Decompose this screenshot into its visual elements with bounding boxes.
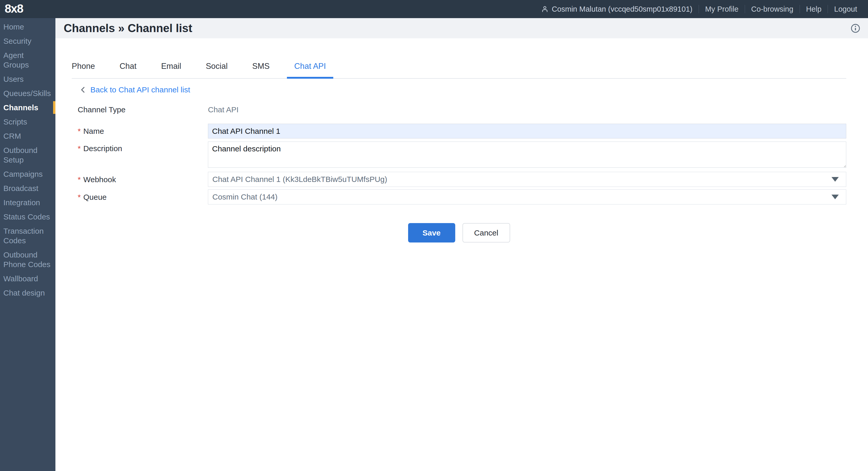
help-link[interactable]: Help	[806, 5, 822, 13]
webhook-row: * Webhook Chat API Channel 1 (Kk3LdeBkTB…	[72, 172, 846, 187]
sidebar-item-wallboard[interactable]: Wallboard	[0, 271, 55, 286]
form-actions: Save Cancel	[72, 223, 846, 242]
sidebar-item-integration[interactable]: Integration	[0, 195, 55, 210]
channel-type-label: Channel Type	[72, 105, 208, 114]
page-title: Channels » Channel list	[64, 22, 192, 35]
logout-link[interactable]: Logout	[834, 5, 857, 13]
webhook-selected-value: Chat API Channel 1 (Kk3LdeBkTBiw5uTUMfsP…	[212, 175, 387, 184]
sidebar-item-campaigns[interactable]: Campaigns	[0, 167, 55, 181]
webhook-label-text: Webhook	[83, 175, 116, 184]
info-icon[interactable]	[851, 24, 860, 33]
description-row: * Description Channel description	[72, 141, 846, 169]
tab-chat[interactable]: Chat	[120, 61, 136, 78]
tab-social[interactable]: Social	[206, 61, 228, 78]
co-browsing-link[interactable]: Co-browsing	[751, 5, 794, 13]
description-textarea[interactable]: Channel description	[208, 141, 846, 168]
required-marker: *	[78, 192, 81, 202]
chevron-left-icon	[80, 86, 87, 93]
tab-phone[interactable]: Phone	[72, 61, 95, 78]
required-marker: *	[78, 144, 81, 153]
webhook-select[interactable]: Chat API Channel 1 (Kk3LdeBkTBiw5uTUMfsP…	[208, 172, 846, 187]
description-label: * Description	[72, 141, 208, 169]
sidebar-item-users[interactable]: Users	[0, 72, 55, 86]
sidebar-item-queues-skills[interactable]: Queues/Skills	[0, 86, 55, 100]
my-profile-link[interactable]: My Profile	[705, 5, 739, 13]
name-row: * Name	[72, 124, 846, 138]
sidebar-item-crm[interactable]: CRM	[0, 129, 55, 143]
queue-label: * Queue	[72, 190, 208, 204]
channel-type-value: Chat API	[208, 105, 846, 114]
sidebar-item-agent-groups[interactable]: Agent Groups	[0, 48, 55, 72]
sidebar-item-chat-design[interactable]: Chat design	[0, 286, 55, 300]
topbar-menu: Cosmin Malutan (vccqed50smp01x89101) My …	[541, 5, 868, 13]
caret-down-icon	[832, 195, 839, 199]
cancel-button[interactable]: Cancel	[463, 223, 510, 242]
app-logo: 8x8	[0, 2, 23, 16]
sidebar-item-scripts[interactable]: Scripts	[0, 115, 55, 129]
queue-row: * Queue Cosmin Chat (144)	[72, 190, 846, 204]
user-name: Cosmin Malutan (vccqed50smp01x89101)	[552, 5, 692, 13]
tab-sms[interactable]: SMS	[252, 61, 270, 78]
queue-selected-value: Cosmin Chat (144)	[212, 193, 278, 201]
back-to-channel-list-link[interactable]: Back to Chat API channel list	[80, 86, 190, 94]
user-menu[interactable]: Cosmin Malutan (vccqed50smp01x89101)	[541, 5, 692, 13]
name-label: * Name	[72, 124, 208, 138]
sidebar-item-status-codes[interactable]: Status Codes	[0, 210, 55, 224]
sidebar-item-security[interactable]: Security	[0, 34, 55, 48]
required-marker: *	[78, 126, 81, 136]
caret-down-icon	[832, 177, 839, 182]
sidebar-item-outbound-phone-codes[interactable]: Outbound Phone Codes	[0, 248, 55, 271]
sidebar-item-outbound-setup[interactable]: Outbound Setup	[0, 143, 55, 167]
channel-form: Channel Type Chat API * Name * Descripti…	[72, 105, 846, 242]
channel-type-row: Channel Type Chat API	[72, 105, 846, 114]
required-marker: *	[78, 175, 81, 184]
topbar: 8x8 Cosmin Malutan (vccqed50smp01x89101)…	[0, 0, 868, 18]
divider	[828, 5, 828, 13]
tab-email[interactable]: Email	[161, 61, 181, 78]
webhook-label: * Webhook	[72, 172, 208, 187]
main-content: Phone Chat Email Social SMS Chat API Bac…	[55, 38, 868, 242]
back-link-label: Back to Chat API channel list	[90, 86, 190, 94]
divider	[699, 5, 699, 13]
divider	[745, 5, 745, 13]
divider	[800, 5, 800, 13]
sidebar-nav: Home Security Agent Groups Users Queues/…	[0, 20, 55, 300]
save-button[interactable]: Save	[408, 223, 455, 242]
channel-tabs: Phone Chat Email Social SMS Chat API	[72, 38, 846, 79]
sidebar-item-transaction-codes[interactable]: Transaction Codes	[0, 224, 55, 248]
name-label-text: Name	[83, 126, 104, 136]
sidebar-item-home[interactable]: Home	[0, 20, 55, 34]
sidebar-item-channels[interactable]: Channels	[0, 100, 55, 115]
page-header: Channels » Channel list	[55, 18, 868, 38]
user-icon	[541, 5, 549, 13]
queue-select[interactable]: Cosmin Chat (144)	[208, 190, 846, 204]
tab-chat-api[interactable]: Chat API	[294, 61, 326, 78]
queue-label-text: Queue	[83, 192, 107, 202]
sidebar-item-broadcast[interactable]: Broadcast	[0, 181, 55, 195]
channel-type-label-text: Channel Type	[78, 105, 126, 114]
sidebar: Home Security Agent Groups Users Queues/…	[0, 18, 55, 471]
name-input[interactable]	[208, 124, 846, 138]
description-label-text: Description	[83, 144, 122, 153]
